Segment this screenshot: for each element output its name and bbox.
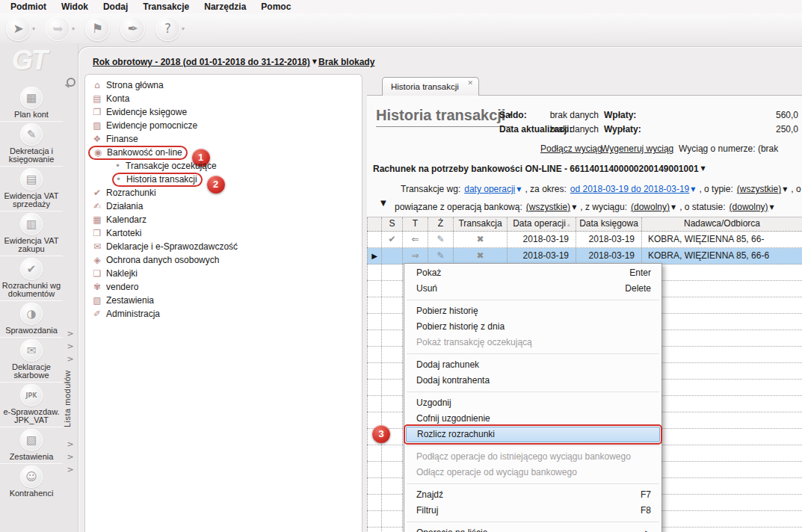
chevron-right-icon[interactable]: > (63, 438, 78, 451)
column-header-marker[interactable] (367, 217, 382, 231)
module-ewidencja-vat-sprzedaży[interactable]: ▤Ewidencja VAT sprzedaży (0, 166, 63, 211)
help-bubble-icon[interactable]: ? (155, 16, 180, 41)
fiscal-year-selector[interactable]: Rok obrotowy - 2018 (od 01-01-2018 do 31… (93, 57, 317, 67)
module-plan-kont[interactable]: ▦Plan kont (0, 85, 63, 121)
tree-item-kalendarz[interactable]: ▦Kalendarz (85, 213, 362, 226)
tree-item-historia-transakcji[interactable]: •Historia transakcji2 (85, 173, 362, 186)
chevron-down-icon[interactable]: ▾ (182, 25, 185, 32)
account-selector[interactable]: Rachunek na potrzeby bankowości ON-LINE … (373, 164, 706, 174)
send-arrow-icon[interactable]: ➥ (46, 16, 70, 41)
tree-item-deklaracje-i-e-sprawozdawczość[interactable]: ✉Deklaracje i e-Sprawozdawczość (85, 240, 362, 253)
menu-item-operacje-na-liście[interactable]: Operacje na liście▶ (406, 525, 660, 532)
tree-item-ewidencje-pomocnicze[interactable]: ▨Ewidencje pomocnicze (85, 119, 362, 132)
column-header-s[interactable]: S (382, 217, 403, 231)
menu-item-znajdź[interactable]: ZnajdźF7 (406, 487, 660, 503)
tree-item-strona-główna[interactable]: ⌂Strona główna (85, 78, 362, 92)
tree-item-finanse[interactable]: ❖Finanse (85, 132, 362, 146)
column-header-t[interactable]: T (403, 217, 428, 231)
strip-chevrons-bottom[interactable]: >>> (63, 438, 78, 476)
pin-icon[interactable] (67, 78, 75, 87)
table-row[interactable]: ✔⇐✎✖2018-03-192018-03-19KOBRA, WIĘZIENNA… (367, 232, 802, 248)
cell-empty (642, 330, 802, 346)
tab-label: Historia transakcji (391, 82, 459, 91)
chevron-right-icon[interactable]: > (63, 340, 78, 353)
fiscal-year-label: Rok obrotowy - 2018 (od 01-01-2018 do 31… (93, 57, 310, 67)
tree-item-zestawienia[interactable]: ▧Zestawienia (85, 294, 362, 307)
app-window: PodmiotWidokDodajTransakcjeNarzędziaPomo… (0, 0, 802, 532)
menu-item-usuń[interactable]: UsuńDelete (406, 281, 660, 297)
column-header-nadawca-odbiorca[interactable]: Nadawca/Odbiorca (642, 217, 802, 231)
tab-historia-transakcji[interactable]: Historia transakcji ✕ (382, 77, 479, 96)
menu-widok[interactable]: Widok (54, 1, 96, 13)
flag-icon[interactable]: ⚑ (85, 16, 110, 41)
module-label: Ewidencja VAT sprzedaży (1, 192, 62, 208)
menu-narzędzia[interactable]: Narzędzia (197, 1, 253, 13)
filter-link[interactable]: daty operacji▼ (464, 184, 521, 194)
menu-item-filtruj[interactable]: FiltrujF8 (406, 503, 660, 519)
x-mark-icon: ✖ (476, 250, 484, 261)
module-rozrachunki-wg-dokumentów[interactable]: ✔Rozrachunki wg dokumentów (0, 256, 63, 300)
cell-marker: ▶ (367, 248, 382, 264)
column-header-data-operacji[interactable]: Data operacji▴ (508, 217, 576, 231)
menu-item-cofnij-uzgodnienie[interactable]: Cofnij uzgodnienie (406, 411, 660, 427)
sort-asc-icon: ▴ (567, 221, 570, 228)
tree-item-ewidencje-księgowe[interactable]: ❐Ewidencje księgowe (85, 105, 362, 119)
module-dekretacja-i-księgowanie[interactable]: ✎Dekretacja i księgowanie (0, 121, 63, 166)
filter-link[interactable]: od 2018-03-19 do 2018-03-19▼ (570, 184, 696, 194)
menu-item-dodaj-rachunek[interactable]: Dodaj rachunek (406, 357, 660, 373)
tree-item-rozrachunki[interactable]: ✔Rozrachunki (85, 186, 362, 200)
page-title[interactable]: Historia transakcji▾ (376, 107, 513, 127)
strip-chevrons-top[interactable]: >>> (63, 327, 78, 365)
stamp-icon[interactable]: ✒ (120, 16, 145, 41)
filter-text: , o statusie: (679, 202, 725, 212)
filter-link[interactable]: (dowolny)▼ (631, 202, 676, 212)
table-row[interactable]: ▶⇒✎✖2018-03-192018-03-19KOBRA, WIĘZIENNA… (367, 248, 802, 265)
module-ewidencja-vat-zakupu[interactable]: ▥Ewidencja VAT zakupu (0, 211, 63, 256)
operations-arrow-icon[interactable]: ➤ (6, 16, 31, 41)
vat-purchase-icon: ▥ (20, 213, 43, 235)
close-icon[interactable]: ✕ (467, 78, 473, 87)
chevron-down-icon[interactable]: ▾ (72, 25, 75, 32)
module-e-sprawozdaw-jpk-vat[interactable]: JPKe-Sprawozdaw. JPK_VAT (0, 382, 63, 427)
filter-link[interactable]: (wszystkie)▼ (737, 184, 788, 194)
module-label: Kontrahenci (1, 489, 62, 498)
tree-item-administracja[interactable]: ✐Administracja (85, 307, 362, 321)
tree-item-transakcje-oczekujące[interactable]: •Transakcje oczekujące (85, 159, 362, 173)
chevron-right-icon[interactable]: > (63, 451, 78, 463)
tree-item-kartoteki[interactable]: ❒Kartoteki (85, 226, 362, 240)
menu-transakcje[interactable]: Transakcje (135, 1, 197, 13)
chevron-down-icon[interactable]: ▾ (32, 25, 35, 32)
tree-item-bankowość-on-line[interactable]: ◉Bankowość on-line1 (85, 146, 362, 159)
filter-segment-label: powiązane z operacją bankową: (395, 202, 522, 212)
podlacz-wyciag-link[interactable]: Podłącz wyciąg (540, 143, 602, 154)
menu-pomoc[interactable]: Pomoc (253, 1, 298, 13)
wygeneruj-wyciag-link[interactable]: Wygeneruj wyciąg (601, 143, 673, 154)
column-header-ż[interactable]: Ż (428, 217, 454, 231)
chevron-right-icon[interactable]: > (63, 327, 78, 340)
menu-item-pobierz-historię[interactable]: Pobierz historię (406, 303, 660, 319)
menu-item-pokaż[interactable]: PokażEnter (406, 265, 660, 281)
chevron-right-icon[interactable]: > (63, 463, 78, 476)
menu-item-dodaj-kontrahenta[interactable]: Dodaj kontrahenta (406, 373, 660, 389)
module-zestawienia[interactable]: ▧Zestawienia (0, 427, 63, 463)
module-kontrahenci[interactable]: ☺Kontrahenci (0, 463, 63, 500)
tree-item-działania[interactable]: ✍Działania (85, 200, 362, 213)
filter-link[interactable]: (wszystkie)▼ (526, 202, 577, 212)
filter-collapse-icon[interactable]: ▼ (380, 199, 386, 207)
tree-item-vendero[interactable]: ✾vendero (85, 280, 362, 294)
tree-item-ochrona-danych-osobowych[interactable]: ◈Ochrona danych osobowych (85, 253, 362, 267)
module-deklaracje-skarbowe[interactable]: ✉Deklaracje skarbowe (0, 337, 63, 382)
column-header-data-księgowa[interactable]: Data księgowa (576, 217, 642, 231)
menu-item-rozlicz-rozrachunki[interactable]: Rozlicz rozrachunki3 (406, 427, 660, 442)
tree-item-label: Kalendarz (106, 214, 146, 225)
module-sprawozdania[interactable]: ◑Sprawozdania (0, 300, 63, 337)
lock-status-link[interactable]: Brak blokady (318, 57, 374, 67)
menu-item-uzgodnij[interactable]: Uzgodnij (406, 395, 660, 411)
filter-link[interactable]: (dowolny)▼ (729, 202, 774, 212)
tree-item-konta[interactable]: ▤Konta (85, 92, 362, 105)
menu-podmiot[interactable]: Podmiot (3, 1, 54, 13)
tree-item-naklejki[interactable]: ❏Naklejki (85, 267, 362, 280)
menu-item-pobierz-historię-z-dnia[interactable]: Pobierz historię z dnia (406, 319, 660, 335)
menu-dodaj[interactable]: Dodaj (96, 1, 135, 13)
column-header-transakcja[interactable]: Transakcja (454, 217, 508, 231)
